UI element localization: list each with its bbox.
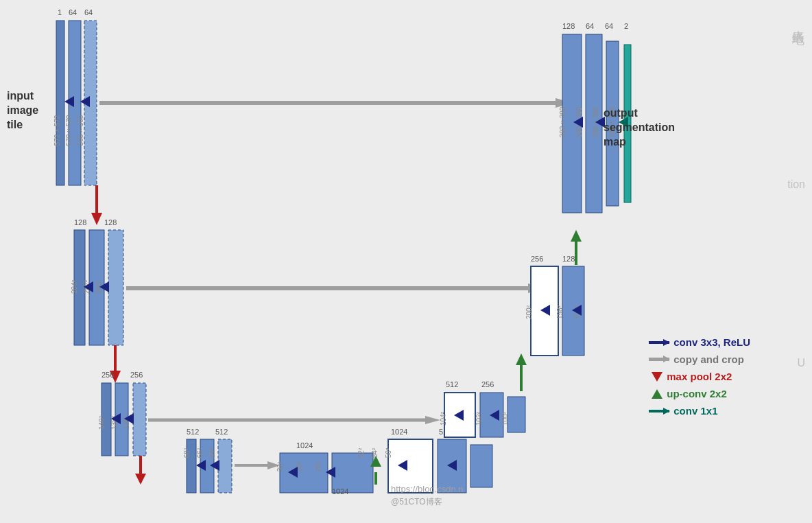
legend-upconv-label: up-conv 2x2 <box>667 388 727 399</box>
svg-text:256: 256 <box>130 371 143 379</box>
svg-rect-44 <box>187 439 196 493</box>
url-watermark: https://blog.csdn.n <box>391 484 464 494</box>
svg-text:198²: 198² <box>556 305 564 319</box>
svg-text:64: 64 <box>586 22 594 30</box>
svg-text:512: 512 <box>187 428 199 436</box>
svg-text:32²: 32² <box>276 461 284 472</box>
red-arrow-icon <box>652 372 662 382</box>
svg-text:512: 512 <box>215 428 228 436</box>
legend-item-conv1x1: conv 1x1 <box>649 405 750 417</box>
svg-text:64: 64 <box>605 22 613 30</box>
blue-arrow-icon <box>649 341 669 344</box>
svg-text:256: 256 <box>481 380 494 388</box>
credit-watermark: @51CTO博客 <box>391 496 442 508</box>
legend: conv 3x3, ReLU copy and crop max pool 2x… <box>649 336 750 422</box>
svg-text:256: 256 <box>531 255 543 263</box>
legend-copy-label: copy and crop <box>673 353 744 365</box>
svg-text:568 × 568: 568 × 568 <box>77 115 84 146</box>
svg-rect-56 <box>280 453 328 493</box>
green-arrow-icon <box>652 389 662 399</box>
legend-item-copy: copy and crop <box>649 353 750 365</box>
watermark-u: U <box>797 357 805 369</box>
diagram-container: 1 64 64 572 × 572 570 × 570 568 × 568 12… <box>0 0 812 523</box>
legend-item-upconv: up-conv 2x2 <box>649 388 750 399</box>
output-label: output segmentation map <box>604 106 675 149</box>
svg-text:52²: 52² <box>357 448 365 458</box>
gray-arrow-icon <box>649 358 669 361</box>
svg-rect-46 <box>218 439 232 493</box>
svg-rect-80 <box>508 397 525 432</box>
svg-rect-1 <box>56 21 64 185</box>
svg-text:68²: 68² <box>183 448 191 458</box>
svg-rect-68 <box>470 445 492 487</box>
legend-item-maxpool: max pool 2x2 <box>649 371 750 382</box>
svg-text:64: 64 <box>84 8 93 16</box>
svg-text:128: 128 <box>74 218 86 226</box>
svg-text:284²: 284² <box>71 279 78 294</box>
svg-text:64²: 64² <box>208 448 216 458</box>
svg-text:1024: 1024 <box>391 428 407 436</box>
svg-text:1: 1 <box>58 8 62 16</box>
legend-conv1x1-label: conv 1x1 <box>673 405 717 417</box>
legend-item-conv: conv 3x3, ReLU <box>649 336 750 348</box>
watermark-tion: tion <box>787 178 805 191</box>
teal-arrow-icon <box>649 410 669 412</box>
svg-text:28²: 28² <box>315 461 322 472</box>
svg-text:256: 256 <box>102 371 114 379</box>
legend-conv-label: conv 3x3, ReLU <box>673 336 750 348</box>
svg-text:1024: 1024 <box>332 487 348 496</box>
svg-text:200²: 200² <box>525 305 533 319</box>
input-label: input image tile <box>7 89 38 132</box>
watermark-chars: 表络地 <box>790 21 807 25</box>
svg-text:128: 128 <box>562 22 575 30</box>
svg-text:1024: 1024 <box>296 441 313 450</box>
svg-text:102²: 102² <box>475 411 483 426</box>
svg-text:512: 512 <box>446 380 458 388</box>
svg-rect-18 <box>108 230 123 345</box>
svg-text:392 × 392: 392 × 392 <box>559 106 566 137</box>
svg-text:572 × 572: 572 × 572 <box>53 115 61 146</box>
svg-text:128: 128 <box>104 218 117 226</box>
legend-maxpool-label: max pool 2x2 <box>667 371 732 382</box>
svg-rect-32 <box>133 383 146 456</box>
svg-text:2: 2 <box>624 22 628 30</box>
svg-text:104²: 104² <box>440 411 447 426</box>
svg-text:66²: 66² <box>196 448 204 458</box>
svg-text:54²: 54² <box>371 448 379 458</box>
svg-text:140²: 140² <box>98 415 106 430</box>
unet-diagram: 1 64 64 572 × 572 570 × 570 568 × 568 12… <box>0 0 812 523</box>
svg-text:100²: 100² <box>501 411 509 426</box>
svg-text:56²: 56² <box>385 448 392 458</box>
svg-text:570 × 570: 570 × 570 <box>65 115 73 146</box>
svg-text:128: 128 <box>562 255 575 263</box>
svg-text:64: 64 <box>69 8 77 16</box>
